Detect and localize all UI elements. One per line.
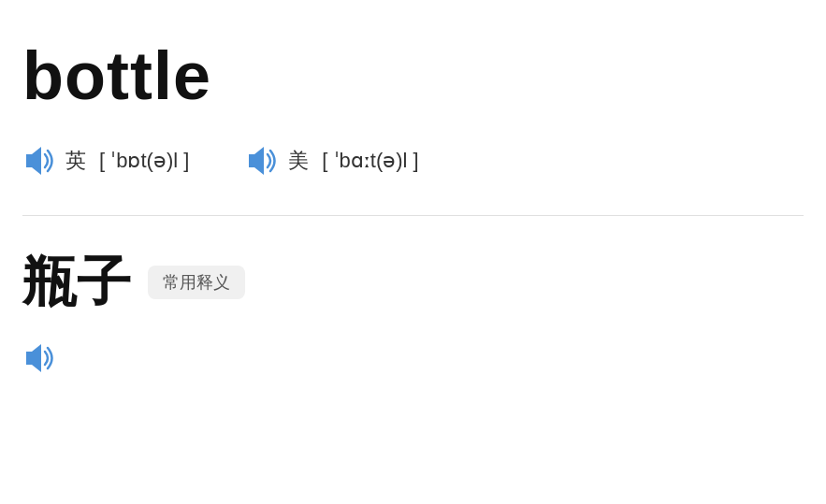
pronunciations-row: 英 [ ˈbɒt(ə)l ] 美 [ ˈbɑːt(ə)l ] bbox=[22, 144, 804, 178]
british-lang-label: 英 bbox=[65, 147, 86, 175]
british-phonetic: [ ˈbɒt(ə)l ] bbox=[99, 149, 189, 173]
british-pronunciation: 英 [ ˈbɒt(ə)l ] bbox=[22, 144, 189, 178]
svg-marker-0 bbox=[26, 147, 41, 175]
american-pronunciation: 美 [ ˈbɑːt(ə)l ] bbox=[245, 144, 418, 178]
common-badge[interactable]: 常用释义 bbox=[148, 266, 245, 299]
page-container: bottle 英 [ ˈbɒt(ə)l ] 美 [ ˈbɑːt(ə)l ] bbox=[0, 0, 826, 504]
bottom-speaker-row bbox=[22, 341, 804, 375]
svg-marker-1 bbox=[249, 147, 264, 175]
definition-section: 瓶子 常用释义 bbox=[22, 246, 804, 319]
word-title: bottle bbox=[22, 37, 804, 114]
american-speaker-icon[interactable] bbox=[245, 144, 279, 178]
british-speaker-icon[interactable] bbox=[22, 144, 56, 178]
chinese-translation: 瓶子 bbox=[22, 246, 131, 319]
section-divider bbox=[22, 215, 804, 216]
american-phonetic: [ ˈbɑːt(ə)l ] bbox=[322, 149, 418, 173]
svg-marker-2 bbox=[26, 344, 41, 372]
bottom-speaker-icon[interactable] bbox=[22, 341, 56, 375]
american-lang-label: 美 bbox=[288, 147, 309, 175]
